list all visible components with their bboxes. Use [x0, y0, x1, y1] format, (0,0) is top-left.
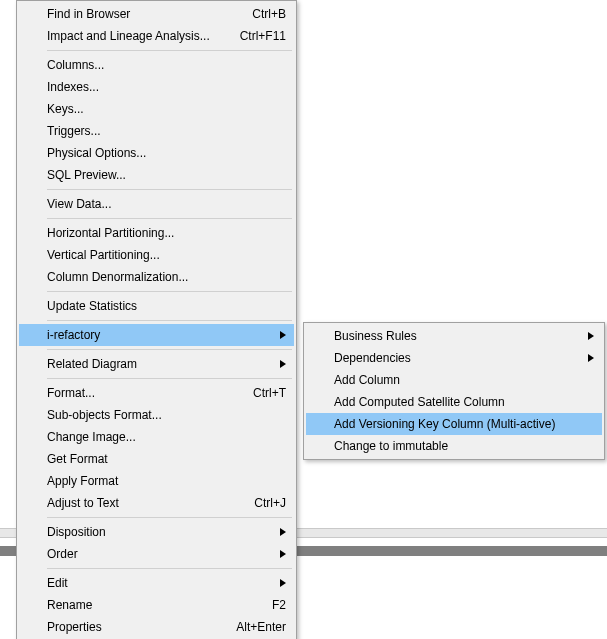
- menu-item-label: Columns...: [47, 58, 290, 72]
- menu-item-shortcut: Ctrl+B: [252, 7, 290, 21]
- main_menu-item-edit[interactable]: Edit: [19, 572, 294, 594]
- menu-item-shortcut: Ctrl+J: [254, 496, 290, 510]
- main_menu-item-format[interactable]: Format...Ctrl+T: [19, 382, 294, 404]
- chevron-right-icon: [280, 360, 290, 368]
- menu-item-label: Change to immutable: [334, 439, 598, 453]
- menu-item-shortcut: Alt+Enter: [236, 620, 290, 634]
- menu-separator: [47, 291, 292, 292]
- menu-separator: [47, 320, 292, 321]
- menu-item-label: i-refactory: [47, 328, 280, 342]
- main_menu-item-apply-format[interactable]: Apply Format: [19, 470, 294, 492]
- menu-item-label: Dependencies: [334, 351, 588, 365]
- menu-item-label: Impact and Lineage Analysis...: [47, 29, 228, 43]
- main_menu-item-disposition[interactable]: Disposition: [19, 521, 294, 543]
- main_menu-item-vertical-partitioning[interactable]: Vertical Partitioning...: [19, 244, 294, 266]
- context-menu-sub-i-refactory: Business RulesDependenciesAdd ColumnAdd …: [303, 322, 605, 460]
- menu-item-label: Related Diagram: [47, 357, 280, 371]
- main_menu-item-triggers[interactable]: Triggers...: [19, 120, 294, 142]
- main_menu-item-impact-and-lineage-analysis[interactable]: Impact and Lineage Analysis...Ctrl+F11: [19, 25, 294, 47]
- menu-item-label: Disposition: [47, 525, 280, 539]
- menu-item-label: Sub-objects Format...: [47, 408, 290, 422]
- menu-item-label: Change Image...: [47, 430, 290, 444]
- menu-item-shortcut: F2: [272, 598, 290, 612]
- menu-separator: [47, 568, 292, 569]
- menu-item-label: Format...: [47, 386, 241, 400]
- menu-item-shortcut: Ctrl+T: [253, 386, 290, 400]
- menu-item-label: SQL Preview...: [47, 168, 290, 182]
- main_menu-item-order[interactable]: Order: [19, 543, 294, 565]
- menu-item-label: Get Format: [47, 452, 290, 466]
- main_menu-item-find-in-browser[interactable]: Find in BrowserCtrl+B: [19, 3, 294, 25]
- menu-item-label: Add Computed Satellite Column: [334, 395, 598, 409]
- menu-item-label: Rename: [47, 598, 260, 612]
- main_menu-item-update-statistics[interactable]: Update Statistics: [19, 295, 294, 317]
- menu-separator: [47, 517, 292, 518]
- menu-item-label: Properties: [47, 620, 224, 634]
- main_menu-item-sql-preview[interactable]: SQL Preview...: [19, 164, 294, 186]
- chevron-right-icon: [588, 332, 598, 340]
- main_menu-item-rename[interactable]: RenameF2: [19, 594, 294, 616]
- main_menu-item-adjust-to-text[interactable]: Adjust to TextCtrl+J: [19, 492, 294, 514]
- main_menu-item-get-format[interactable]: Get Format: [19, 448, 294, 470]
- menu-separator: [47, 218, 292, 219]
- menu-item-shortcut: Ctrl+F11: [240, 29, 290, 43]
- menu-item-label: Add Versioning Key Column (Multi-active): [334, 417, 598, 431]
- menu-item-label: Physical Options...: [47, 146, 290, 160]
- menu-item-label: Add Column: [334, 373, 598, 387]
- menu-separator: [47, 189, 292, 190]
- menu-separator: [47, 349, 292, 350]
- menu-item-label: Update Statistics: [47, 299, 290, 313]
- main_menu-item-horizontal-partitioning[interactable]: Horizontal Partitioning...: [19, 222, 294, 244]
- sub_menu-item-change-to-immutable[interactable]: Change to immutable: [306, 435, 602, 457]
- menu-item-label: Keys...: [47, 102, 290, 116]
- main_menu-item-column-denormalization[interactable]: Column Denormalization...: [19, 266, 294, 288]
- menu-item-label: Adjust to Text: [47, 496, 242, 510]
- menu-item-label: Indexes...: [47, 80, 290, 94]
- main_menu-item-view-data[interactable]: View Data...: [19, 193, 294, 215]
- chevron-right-icon: [588, 354, 598, 362]
- context-menu-main: Find in BrowserCtrl+BImpact and Lineage …: [16, 0, 297, 639]
- main_menu-item-columns[interactable]: Columns...: [19, 54, 294, 76]
- chevron-right-icon: [280, 528, 290, 536]
- menu-item-label: Apply Format: [47, 474, 290, 488]
- menu-item-label: View Data...: [47, 197, 290, 211]
- menu-item-label: Business Rules: [334, 329, 588, 343]
- chevron-right-icon: [280, 331, 290, 339]
- main_menu-item-sub-objects-format[interactable]: Sub-objects Format...: [19, 404, 294, 426]
- main_menu-item-physical-options[interactable]: Physical Options...: [19, 142, 294, 164]
- main_menu-item-i-refactory[interactable]: i-refactory: [19, 324, 294, 346]
- menu-item-label: Edit: [47, 576, 280, 590]
- sub_menu-item-add-versioning-key-column-multi-active[interactable]: Add Versioning Key Column (Multi-active): [306, 413, 602, 435]
- sub_menu-item-dependencies[interactable]: Dependencies: [306, 347, 602, 369]
- menu-separator: [47, 50, 292, 51]
- menu-item-label: Order: [47, 547, 280, 561]
- menu-item-label: Horizontal Partitioning...: [47, 226, 290, 240]
- menu-item-label: Find in Browser: [47, 7, 240, 21]
- menu-item-label: Column Denormalization...: [47, 270, 290, 284]
- sub_menu-item-add-computed-satellite-column[interactable]: Add Computed Satellite Column: [306, 391, 602, 413]
- menu-item-label: Vertical Partitioning...: [47, 248, 290, 262]
- chevron-right-icon: [280, 550, 290, 558]
- sub_menu-item-add-column[interactable]: Add Column: [306, 369, 602, 391]
- menu-item-label: Triggers...: [47, 124, 290, 138]
- main_menu-item-change-image[interactable]: Change Image...: [19, 426, 294, 448]
- sub_menu-item-business-rules[interactable]: Business Rules: [306, 325, 602, 347]
- main_menu-item-keys[interactable]: Keys...: [19, 98, 294, 120]
- menu-separator: [47, 378, 292, 379]
- main_menu-item-indexes[interactable]: Indexes...: [19, 76, 294, 98]
- main_menu-item-related-diagram[interactable]: Related Diagram: [19, 353, 294, 375]
- chevron-right-icon: [280, 579, 290, 587]
- main_menu-item-properties[interactable]: PropertiesAlt+Enter: [19, 616, 294, 638]
